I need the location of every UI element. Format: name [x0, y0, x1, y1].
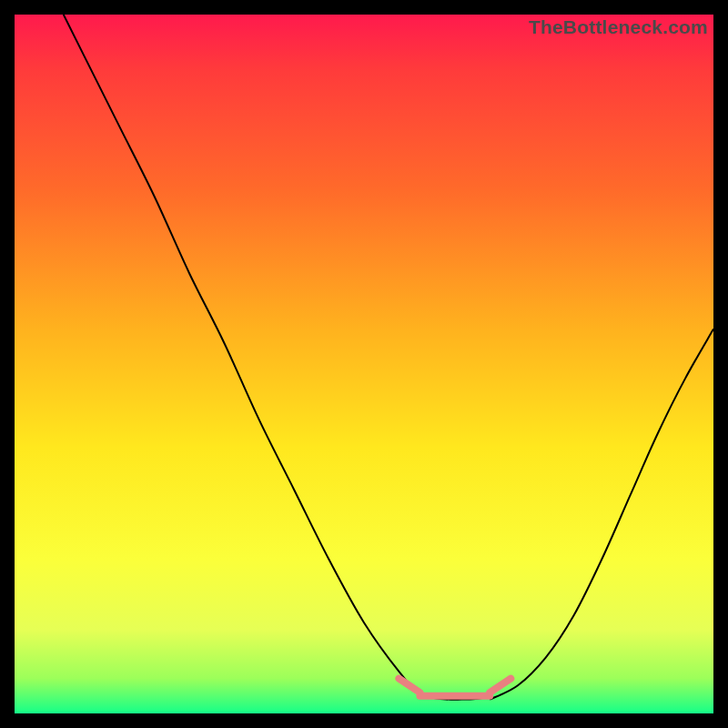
- left-curve: [64, 15, 448, 700]
- chart-frame: TheBottleneck.com: [0, 0, 728, 728]
- accent-right-icon: [490, 679, 511, 693]
- right-curve: [490, 329, 713, 700]
- accent-left-icon: [399, 679, 420, 693]
- chart-plot-area: TheBottleneck.com: [15, 15, 713, 713]
- chart-svg: [15, 15, 713, 713]
